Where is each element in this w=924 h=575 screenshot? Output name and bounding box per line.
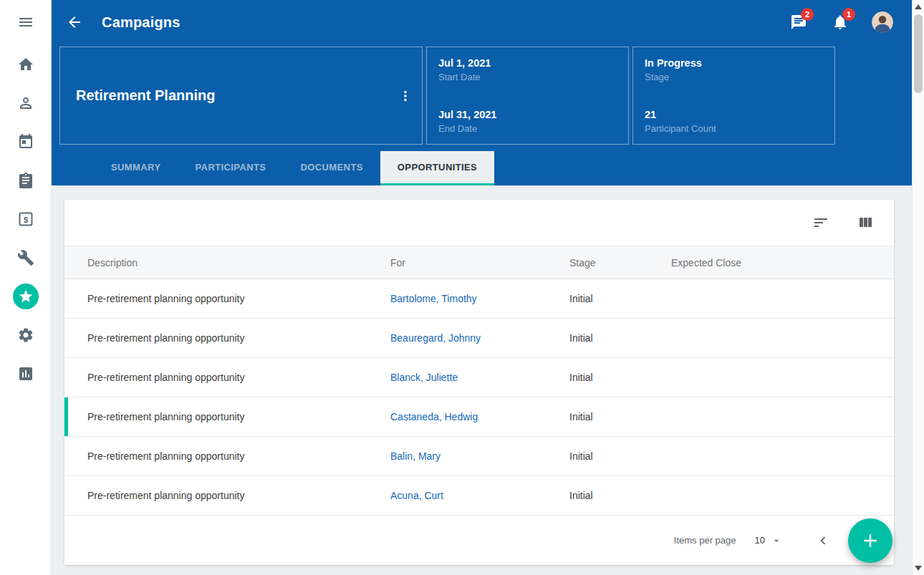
opportunity-for-link[interactable]: Beauregard, Johnny [390,332,569,344]
opportunity-description: Pre-retirement planning opportunity [87,450,390,462]
opportunity-stage: Initial [569,293,671,304]
scroll-up-arrow[interactable] [915,4,922,9]
menu-icon[interactable] [17,14,34,31]
back-button[interactable] [66,14,83,31]
notifications-button[interactable]: 1 [832,14,849,31]
chevron-down-icon [771,535,782,546]
campaign-stage-card: In Progress Stage 21 Participant Count [632,47,835,145]
tab-opportunities[interactable]: OPPORTUNITIES [380,151,494,185]
items-per-page-value: 10 [755,535,765,546]
end-date-value: Jul 31, 2021 [438,109,617,120]
table-row-highlighted[interactable]: Pre-retirement planning opportunity Cast… [64,397,894,437]
sort-button[interactable] [812,214,829,231]
avatar[interactable] [872,11,893,33]
page-title: Campaigns [102,14,181,31]
table-row[interactable]: Pre-retirement planning opportunity Blan… [64,358,894,397]
opportunity-stage: Initial [569,450,671,462]
sidebar-item-accounts[interactable]: $ [17,211,34,228]
messages-button[interactable]: 2 [790,14,807,31]
opportunity-description: Pre-retirement planning opportunity [87,490,390,501]
opportunity-stage: Initial [569,372,671,383]
chevron-left-icon [815,533,831,549]
campaign-dates-card: Jul 1, 2021 Start Date Jul 31, 2021 End … [426,47,629,145]
column-header-expected-close[interactable]: Expected Close [671,257,877,269]
start-date-value: Jul 1, 2021 [438,57,617,69]
table-row[interactable]: Pre-retirement planning opportunity Bali… [64,437,894,476]
tab-content: Description For Stage Expected Close Pre… [52,185,912,575]
column-header-for[interactable]: For [390,257,569,269]
opportunity-stage: Initial [569,332,671,344]
opportunity-for-link[interactable]: Blanck, Juliette [390,372,569,383]
sidebar-item-campaigns-active[interactable] [13,284,39,309]
stage-value: In Progress [645,57,823,69]
svg-text:$: $ [23,216,27,224]
table-row[interactable]: Pre-retirement planning opportunity Acun… [64,476,894,516]
sidebar-item-home[interactable] [17,56,34,73]
campaign-name-card: Retirement Planning [59,47,423,145]
opportunity-description: Pre-retirement planning opportunity [87,332,390,344]
end-date-field: Jul 31, 2021 End Date [438,109,617,134]
participant-count-label: Participant Count [645,123,823,134]
table-footer: Items per page 10 [64,516,894,565]
campaign-header-section: Campaigns 2 1 Retirement Planning [52,0,912,185]
scrollbar-thumb[interactable] [914,14,923,93]
plus-icon [860,530,881,551]
tab-bar: SUMMARY PARTICIPANTS DOCUMENTS OPPORTUNI… [94,151,912,185]
items-per-page-select[interactable]: 10 [755,535,782,546]
opportunity-for-link[interactable]: Castaneda, Hedwig [390,411,569,422]
view-columns-icon [857,214,874,231]
participant-count-value: 21 [645,109,823,120]
opportunity-for-link[interactable]: Balin, Mary [390,450,569,462]
scroll-down-arrow[interactable] [915,566,922,571]
items-per-page-label: Items per page [674,535,736,546]
star-icon [18,289,34,304]
column-header-stage[interactable]: Stage [569,257,671,269]
main-area: Campaigns 2 1 Retirement Planning [52,0,912,575]
column-header-description[interactable]: Description [87,257,390,269]
messages-badge: 2 [801,8,814,21]
notifications-badge: 1 [842,8,855,21]
app-window: $ Campaigns [0,0,924,575]
end-date-label: End Date [438,123,617,134]
table-row[interactable]: Pre-retirement planning opportunity Beau… [64,319,894,358]
sidebar-item-calendar[interactable] [17,133,34,150]
sidebar-nav: $ [13,56,39,382]
opportunity-for-link[interactable]: Bartolome, Timothy [390,293,569,304]
opportunity-for-link[interactable]: Acuna, Curt [390,490,569,501]
tab-summary[interactable]: SUMMARY [94,151,178,185]
start-date-label: Start Date [438,72,617,82]
sidebar-item-reports[interactable] [17,365,34,382]
columns-button[interactable] [857,214,874,231]
table-toolbar [64,200,894,246]
start-date-field: Jul 1, 2021 Start Date [438,57,617,82]
sort-icon [812,214,829,231]
opportunity-stage: Initial [569,490,671,501]
sidebar-item-tasks[interactable] [17,172,34,189]
opportunities-panel: Description For Stage Expected Close Pre… [64,200,894,565]
more-options-button[interactable] [398,88,413,104]
stage-label: Stage [645,72,823,82]
opportunity-stage: Initial [569,411,671,422]
campaign-name: Retirement Planning [76,87,215,104]
stage-field: In Progress Stage [645,57,823,82]
vertical-scrollbar[interactable] [912,0,924,575]
table-header-row: Description For Stage Expected Close [64,246,894,279]
tab-documents[interactable]: DOCUMENTS [283,151,380,185]
table-row[interactable]: Pre-retirement planning opportunity Bart… [64,279,894,319]
sidebar-item-contacts[interactable] [17,95,34,112]
sidebar-item-settings[interactable] [17,327,34,344]
participant-count-field: 21 Participant Count [645,109,823,134]
add-opportunity-button[interactable] [848,518,892,563]
top-app-bar: Campaigns 2 1 [52,0,912,44]
campaign-summary-cards: Retirement Planning Jul 1, 2021 Start Da… [59,47,912,145]
opportunity-description: Pre-retirement planning opportunity [87,411,390,422]
sidebar-item-tools[interactable] [17,249,34,266]
sidebar: $ [0,0,52,575]
opportunity-description: Pre-retirement planning opportunity [87,293,390,304]
previous-page-button[interactable] [815,533,831,549]
tab-participants[interactable]: PARTICIPANTS [178,151,283,185]
opportunity-description: Pre-retirement planning opportunity [87,372,390,383]
